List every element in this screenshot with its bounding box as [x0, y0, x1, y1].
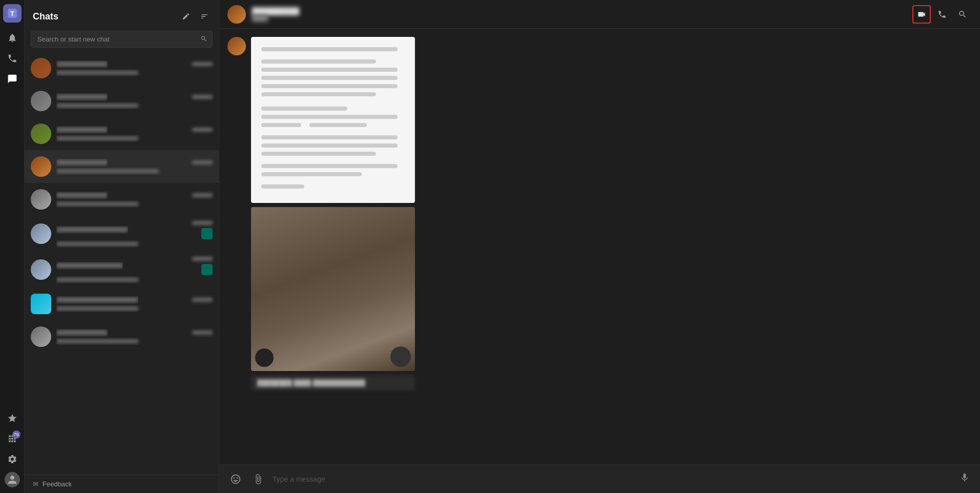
- chat-preview: [56, 69, 213, 76]
- contact-name: ██████████: [252, 7, 906, 15]
- avatar: [31, 223, 51, 244]
- chat-preview: [56, 135, 213, 142]
- chat-preview: [56, 168, 213, 175]
- chat-name: [56, 126, 108, 134]
- message-avatar: [227, 37, 246, 55]
- chats-nav-icon[interactable]: [3, 70, 22, 88]
- feedback-label: Feedback: [43, 480, 72, 488]
- avatar: [31, 326, 51, 347]
- chat-preview: [56, 102, 213, 109]
- chat-name: [56, 296, 138, 304]
- message-group: ████████ ████ ████████████: [227, 37, 972, 391]
- icon-sidebar: T 79: [0, 0, 25, 493]
- feedback-icon: ✉: [33, 480, 38, 488]
- video-call-button[interactable]: [912, 5, 931, 24]
- message-text: ████████ ████ ████████████: [251, 375, 415, 391]
- chat-item[interactable]: [25, 150, 219, 183]
- chat-info: [56, 220, 213, 248]
- chat-name: [56, 262, 123, 270]
- main-chat-area: ██████████ ████: [219, 0, 980, 493]
- message-content: ████████ ████ ████████████: [251, 37, 415, 391]
- avatar: [31, 91, 51, 111]
- calls-nav-icon[interactable]: [3, 49, 22, 68]
- avatar: [31, 156, 51, 177]
- chat-time: [192, 159, 213, 166]
- chat-item[interactable]: [25, 320, 219, 353]
- avatar: [31, 189, 51, 210]
- svg-text:T: T: [10, 10, 14, 17]
- chat-item[interactable]: [25, 52, 219, 85]
- messages-area: ████████ ████ ████████████: [219, 29, 980, 464]
- chat-time: [192, 127, 213, 133]
- chat-preview: [56, 200, 213, 208]
- chat-info: [56, 159, 213, 175]
- chat-name: [56, 192, 108, 199]
- app-logo: T: [3, 4, 22, 23]
- compose-button[interactable]: [178, 8, 194, 25]
- photo-preview[interactable]: [251, 207, 415, 371]
- chat-time: [192, 94, 213, 100]
- message-input-field[interactable]: [273, 475, 951, 483]
- user-profile-icon[interactable]: [3, 470, 22, 489]
- document-preview[interactable]: [251, 37, 415, 203]
- chat-name: [56, 226, 128, 234]
- top-bar-actions: [912, 5, 972, 24]
- chat-info: [56, 296, 213, 312]
- avatar: [31, 259, 51, 280]
- chat-name: [56, 93, 108, 101]
- chat-info: [56, 192, 213, 208]
- apps-nav-icon[interactable]: 79: [3, 429, 22, 448]
- voice-call-button[interactable]: [933, 5, 951, 24]
- chat-list: [25, 52, 219, 475]
- chat-item[interactable]: [25, 183, 219, 216]
- chat-name: [56, 60, 108, 68]
- chat-info: [56, 256, 213, 283]
- favorites-nav-icon[interactable]: [3, 409, 22, 427]
- chat-preview: [56, 240, 213, 248]
- avatar: [31, 124, 51, 144]
- contact-status: ████: [252, 15, 906, 21]
- photo-thumbnail-2: [390, 346, 411, 367]
- chat-preview: [56, 276, 213, 283]
- attach-button[interactable]: [250, 471, 266, 487]
- filter-button[interactable]: [196, 8, 213, 25]
- chat-item[interactable]: [25, 85, 219, 117]
- avatar: [31, 58, 51, 78]
- search-icon: [200, 35, 207, 44]
- chat-time: [192, 330, 213, 336]
- message-input-bar: [219, 464, 980, 493]
- chat-name: [56, 159, 108, 167]
- chat-panel: Chats: [25, 0, 219, 493]
- chats-title: Chats: [33, 11, 58, 22]
- activity-nav-icon[interactable]: [3, 29, 22, 47]
- mic-button[interactable]: [957, 470, 972, 487]
- chat-panel-footer: ✉ Feedback: [25, 475, 219, 493]
- chat-time: [192, 192, 213, 198]
- emoji-button[interactable]: [227, 471, 244, 487]
- chat-top-bar: ██████████ ████: [219, 0, 980, 29]
- chat-search-button[interactable]: [953, 5, 972, 24]
- chat-time: [192, 256, 213, 262]
- search-bar: [31, 31, 213, 48]
- avatar: [31, 294, 51, 314]
- chat-time: [192, 220, 213, 226]
- settings-nav-icon[interactable]: [3, 450, 22, 468]
- chat-preview: [56, 305, 213, 312]
- chat-item[interactable]: [25, 117, 219, 150]
- chat-time: [192, 297, 213, 303]
- chat-item[interactable]: [25, 252, 219, 287]
- photo-thumbnail: [255, 348, 274, 367]
- chat-time: [192, 61, 213, 67]
- unread-badge: [201, 228, 213, 239]
- unread-badge: [201, 264, 213, 275]
- chat-info: [56, 329, 213, 345]
- chat-info: [56, 93, 213, 109]
- chat-panel-header: Chats: [25, 0, 219, 29]
- apps-badge: 79: [12, 430, 20, 439]
- search-input[interactable]: [31, 31, 213, 48]
- chat-item[interactable]: [25, 287, 219, 320]
- chat-item[interactable]: [25, 216, 219, 252]
- contact-avatar: [227, 5, 246, 24]
- chat-info: [56, 60, 213, 76]
- chat-info: [56, 126, 213, 142]
